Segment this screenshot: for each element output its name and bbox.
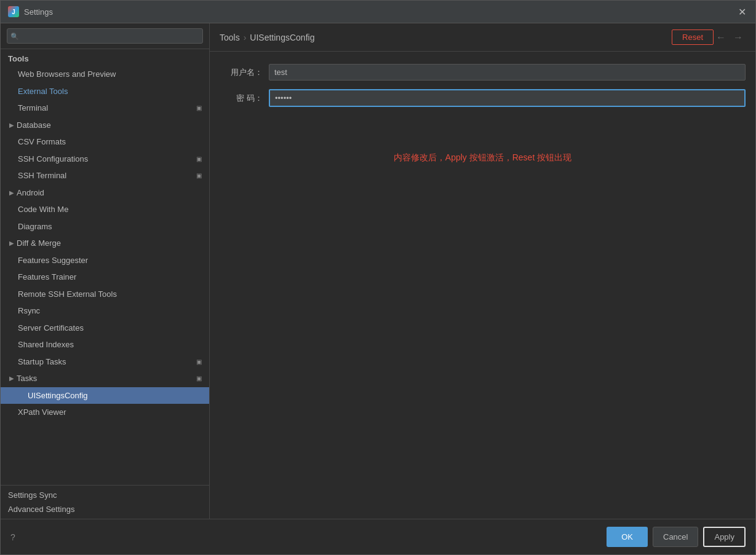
main-panel: Tools › UISettingsConfig Reset ← → 用户名： …	[210, 23, 755, 519]
settings-dialog: J Settings ✕ Tools Web Browsers and Prev…	[0, 0, 756, 555]
breadcrumb-parent: Tools	[220, 33, 240, 42]
sidebar-item-rsync[interactable]: Rsync	[1, 302, 209, 320]
android-label: Android	[17, 187, 44, 199]
sidebar-item-ssh-configurations[interactable]: SSH Configurations ▣	[1, 151, 209, 168]
ssh-terminal-label: SSH Terminal	[18, 170, 66, 182]
footer: ? OK Cancel Apply	[1, 519, 755, 554]
username-input[interactable]	[269, 64, 746, 81]
diff-label: Diff & Merge	[17, 237, 61, 250]
apply-button[interactable]: Apply	[703, 527, 746, 547]
sidebar-item-settings-sync[interactable]: Settings Sync	[1, 488, 209, 502]
title-bar: J Settings ✕	[1, 1, 755, 23]
tasks-label: Tasks	[17, 372, 37, 385]
bottom-links: Settings Sync Advanced Settings	[1, 485, 209, 519]
database-arrow: ▶	[9, 120, 14, 130]
main-header: Tools › UISettingsConfig Reset ← →	[210, 23, 755, 52]
help-button[interactable]: ?	[10, 532, 15, 542]
breadcrumb: Tools › UISettingsConfig	[220, 33, 672, 42]
database-label: Database	[17, 119, 51, 132]
nav-back-button[interactable]: ←	[714, 31, 728, 44]
sidebar-item-android[interactable]: ▶ Android	[1, 184, 209, 202]
search-input[interactable]	[7, 28, 203, 44]
tasks-arrow: ▶	[9, 374, 14, 383]
sidebar-item-csv-formats[interactable]: CSV Formats	[1, 133, 209, 151]
terminal-badge: ▣	[196, 103, 202, 112]
sidebar-item-ui-settings-config[interactable]: UISettingsConfig	[1, 387, 209, 404]
cancel-button[interactable]: Cancel	[653, 527, 698, 547]
startup-badge: ▣	[196, 357, 202, 366]
hint-text: 内容修改后，Apply 按钮激活，Reset 按钮出现	[220, 116, 746, 200]
sidebar-item-web-browsers[interactable]: Web Browsers and Preview	[1, 66, 209, 83]
form-area: 用户名： 密 码： 内容修改后，Apply 按钮激活，Reset 按钮出现	[210, 52, 755, 519]
sidebar-item-diagrams[interactable]: Diagrams	[1, 218, 209, 235]
ok-button[interactable]: OK	[607, 527, 648, 547]
breadcrumb-separator: ›	[244, 33, 247, 42]
username-label: 用户名：	[220, 67, 269, 78]
startup-label: Startup Tasks	[18, 356, 66, 368]
search-box	[1, 23, 209, 49]
sidebar: Tools Web Browsers and Preview External …	[1, 23, 210, 519]
sidebar-item-diff-merge[interactable]: ▶ Diff & Merge	[1, 235, 209, 252]
sidebar-item-database[interactable]: ▶ Database	[1, 117, 209, 134]
sidebar-item-ssh-terminal[interactable]: SSH Terminal ▣	[1, 167, 209, 184]
sidebar-item-remote-ssh[interactable]: Remote SSH External Tools	[1, 286, 209, 303]
breadcrumb-current: UISettingsConfig	[250, 33, 314, 42]
sidebar-item-external-tools[interactable]: External Tools	[1, 83, 209, 100]
sidebar-section-tools[interactable]: Tools	[1, 52, 209, 66]
android-arrow: ▶	[9, 188, 14, 197]
sidebar-item-code-with-me[interactable]: Code With Me	[1, 201, 209, 218]
tasks-badge: ▣	[196, 374, 202, 383]
sidebar-item-shared-indexes[interactable]: Shared Indexes	[1, 336, 209, 353]
app-icon: J	[8, 6, 19, 17]
sidebar-item-features-trainer[interactable]: Features Trainer	[1, 269, 209, 286]
nav-forward-button[interactable]: →	[731, 31, 746, 44]
ssh-config-badge: ▣	[196, 154, 202, 163]
sidebar-item-terminal[interactable]: Terminal ▣	[1, 100, 209, 117]
window-title: Settings	[24, 7, 736, 17]
ssh-terminal-badge: ▣	[196, 171, 202, 180]
sidebar-tree: Tools Web Browsers and Preview External …	[1, 49, 209, 485]
nav-buttons: ← →	[714, 31, 746, 44]
ssh-config-label: SSH Configurations	[18, 153, 88, 165]
terminal-label: Terminal	[18, 102, 48, 114]
password-input[interactable]	[269, 89, 746, 107]
search-wrapper	[7, 28, 203, 44]
password-label: 密 码：	[220, 93, 269, 104]
sidebar-item-xpath-viewer[interactable]: XPath Viewer	[1, 404, 209, 421]
sidebar-item-server-certificates[interactable]: Server Certificates	[1, 320, 209, 337]
footer-actions: OK Cancel Apply	[607, 527, 746, 547]
diff-arrow: ▶	[9, 238, 14, 248]
sidebar-item-advanced-settings[interactable]: Advanced Settings	[1, 502, 209, 516]
sidebar-item-tasks[interactable]: ▶ Tasks ▣	[1, 370, 209, 387]
password-row: 密 码：	[220, 89, 746, 107]
close-button[interactable]: ✕	[736, 6, 748, 18]
username-row: 用户名：	[220, 64, 746, 81]
sidebar-item-features-suggester[interactable]: Features Suggester	[1, 252, 209, 269]
reset-button[interactable]: Reset	[672, 30, 714, 45]
content-area: Tools Web Browsers and Preview External …	[1, 23, 755, 519]
sidebar-item-startup-tasks[interactable]: Startup Tasks ▣	[1, 353, 209, 371]
